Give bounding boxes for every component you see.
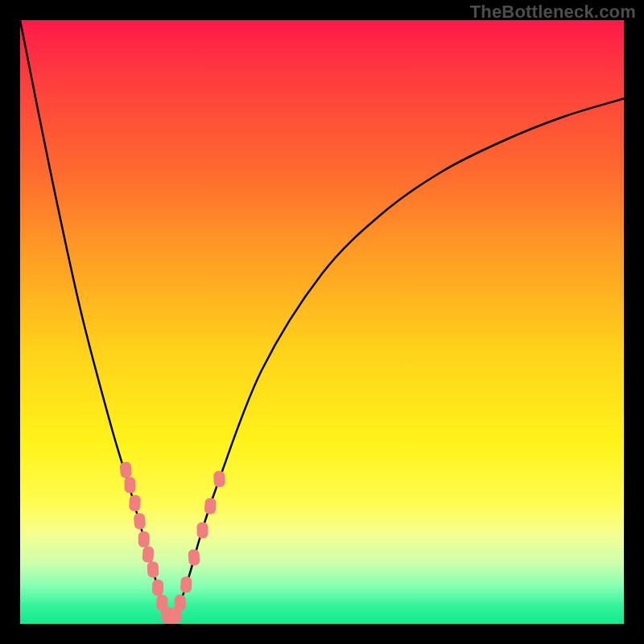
sample-markers (119, 461, 225, 624)
chart-frame: TheBottleneck.com (0, 0, 644, 644)
sample-marker (180, 576, 192, 593)
sample-marker (197, 522, 208, 539)
plot-area (20, 20, 624, 624)
sample-marker (147, 561, 159, 578)
watermark-text: TheBottleneck.com (470, 2, 636, 23)
sample-marker (152, 580, 163, 596)
sample-marker (188, 549, 200, 566)
sample-marker (142, 546, 154, 563)
sample-marker (129, 495, 141, 512)
sample-marker (204, 497, 217, 514)
bottleneck-curve (20, 20, 624, 624)
sample-marker (213, 471, 225, 488)
sample-marker (134, 513, 146, 530)
sample-marker (124, 477, 135, 493)
sample-marker (175, 595, 186, 611)
sample-marker (119, 461, 132, 478)
chart-overlay (20, 20, 624, 624)
sample-marker (138, 531, 150, 547)
